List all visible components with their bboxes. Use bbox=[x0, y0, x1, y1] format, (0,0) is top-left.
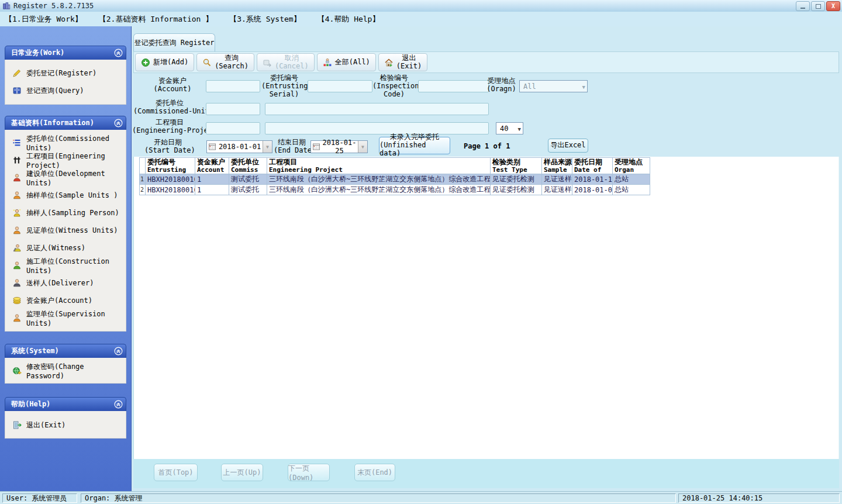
sidebar-item-development-units[interactable]: 建设单位(Development Units) bbox=[5, 169, 126, 187]
last-page-button[interactable]: 末页(End) bbox=[354, 464, 395, 481]
commissioned-unit-code-input[interactable] bbox=[206, 103, 260, 115]
money-icon bbox=[12, 296, 22, 305]
sidebar-item-sample-units[interactable]: 抽样单位(Sample Units ) bbox=[5, 187, 126, 204]
inspection-code-input[interactable] bbox=[418, 80, 489, 92]
cancel-button-label-zh: 取消 bbox=[285, 54, 299, 62]
tab-register-query[interactable]: 登记委托查询 Register bbox=[133, 33, 215, 51]
sidebar-item-label: 委托登记(Register) bbox=[26, 68, 96, 78]
cell-entrust-date: 2018-01-02 bbox=[572, 185, 613, 195]
first-page-button[interactable]: 首页(Top) bbox=[154, 464, 198, 481]
col-account[interactable]: 资金账户Account bbox=[195, 158, 229, 174]
col-organ[interactable]: 受理地点Organ bbox=[613, 158, 650, 174]
entrusting-serial-label: 委托编号(EntrustingSerial) bbox=[261, 74, 307, 98]
col-test-type[interactable]: 检验类别Test Type bbox=[491, 158, 542, 174]
collapse-chevron-icon[interactable] bbox=[114, 347, 123, 355]
all-button-label: 全部(All) bbox=[335, 57, 370, 67]
organ-select[interactable]: All bbox=[519, 80, 588, 92]
section-help-header[interactable]: 帮助(Help) bbox=[5, 397, 126, 411]
sidebar-item-witness[interactable]: 见证人(Witness) bbox=[5, 239, 126, 257]
chevron-down-icon[interactable] bbox=[518, 125, 521, 133]
engineering-project-name-input[interactable] bbox=[265, 122, 489, 134]
section-help: 帮助(Help) 退出(Exit) bbox=[5, 397, 126, 439]
org-grid-icon bbox=[323, 58, 332, 67]
grid-header-row: 委托编号Entrusting 资金账户Account 委托单位Commiss 工… bbox=[140, 158, 650, 174]
collapse-chevron-icon[interactable] bbox=[114, 119, 123, 127]
section-work-header[interactable]: 日常业务(Work) bbox=[5, 46, 126, 60]
row-number: 1 bbox=[140, 174, 146, 185]
sidebar-item-construction-units[interactable]: 施工单位(Construction Units) bbox=[5, 257, 126, 274]
cancel-button[interactable]: 取消(Cancel) bbox=[257, 53, 315, 71]
unfinished-data-button[interactable]: 未录入完毕委托 (Unfinished data) bbox=[379, 137, 450, 154]
menu-system[interactable]: 【3.系统 System】 bbox=[229, 14, 301, 25]
organ-label: 受理地点(Oragn) bbox=[485, 77, 518, 94]
sidebar-item-label: 委托单位(Commissioned Units) bbox=[26, 134, 126, 152]
end-date-picker[interactable]: 2018-01-25 bbox=[310, 140, 368, 153]
sidebar-item-label: 施工单位(Construction Units) bbox=[26, 257, 126, 275]
entrusting-serial-input[interactable] bbox=[308, 80, 372, 92]
export-excel-button[interactable]: 导出Excel bbox=[548, 139, 588, 153]
exit-button-label-en: (Exit) bbox=[396, 63, 422, 70]
cell-entrusting: HBXH201800100 bbox=[146, 185, 195, 195]
menu-bar: 【1.日常业务 Work】 【2.基础资料 Information 】 【3.系… bbox=[0, 12, 842, 26]
account-input[interactable] bbox=[206, 80, 260, 92]
maximize-button[interactable] bbox=[811, 1, 825, 11]
home-icon bbox=[384, 58, 394, 67]
cell-commission-unit: 测试委托 bbox=[229, 185, 267, 195]
sidebar-item-deliverer[interactable]: 送样人(Deliverer) bbox=[5, 274, 126, 292]
table-row[interactable]: 1 HBXH201800101 1 测试委托 三环线南段（白沙洲大桥~三环线野芷… bbox=[140, 174, 650, 185]
chevron-down-icon[interactable] bbox=[358, 141, 367, 153]
sidebar-item-label: 登记查询(Query) bbox=[26, 86, 84, 96]
menu-help[interactable]: 【4.帮助 Help】 bbox=[318, 14, 380, 25]
collapse-chevron-icon[interactable] bbox=[114, 49, 123, 57]
chevron-down-icon[interactable] bbox=[263, 141, 272, 153]
commissioned-unit-name-input[interactable] bbox=[265, 103, 489, 115]
cell-account: 1 bbox=[195, 174, 229, 185]
window-title: Register 5.8.2.7135 bbox=[13, 2, 94, 10]
sidebar-item-commissioned-units[interactable]: 委托单位(Commissioned Units) bbox=[5, 134, 126, 151]
sidebar-item-supervision-units[interactable]: 监理单位(Supervision Units) bbox=[5, 309, 126, 327]
all-button[interactable]: 全部(All) bbox=[317, 53, 376, 71]
sidebar-item-witness-units[interactable]: 见证单位(Witness Units) bbox=[5, 222, 126, 239]
page-info: Page 1 of 1 bbox=[464, 142, 510, 150]
sidebar-item-register[interactable]: 委托登记(Register) bbox=[5, 64, 126, 82]
section-information-header[interactable]: 基础资料(Information) bbox=[5, 116, 126, 130]
sidebar-item-sampling-person[interactable]: 抽样人(Sampling Person) bbox=[5, 204, 126, 222]
sidebar-item-query[interactable]: 登记查询(Query) bbox=[5, 82, 126, 99]
add-button[interactable]: 新增(Add) bbox=[135, 53, 194, 71]
end-date-label: 结束日期(End Date) bbox=[274, 139, 310, 155]
section-system-header[interactable]: 系统(System) bbox=[5, 344, 126, 358]
unfinished-label-zh: 未录入完毕委托 bbox=[390, 133, 439, 141]
col-sample-source[interactable]: 样品来源Sample bbox=[542, 158, 572, 174]
sidebar-item-engineering-project[interactable]: 工程项目(Engineering Project) bbox=[5, 151, 126, 169]
engineering-project-code-input[interactable] bbox=[206, 122, 260, 134]
app-window: Register 5.8.2.7135 X 【1.日常业务 Work】 【2.基… bbox=[0, 0, 842, 504]
minimize-button[interactable] bbox=[796, 1, 810, 11]
next-page-button[interactable]: 下一页(Down) bbox=[288, 464, 330, 481]
cell-entrusting: HBXH201800101 bbox=[146, 174, 195, 185]
search-button[interactable]: 查询(Search) bbox=[196, 53, 254, 71]
status-bar: User: 系统管理员 Organ: 系统管理 2018-01-25 14:40… bbox=[0, 491, 842, 504]
collapse-chevron-icon[interactable] bbox=[114, 400, 123, 409]
table-row[interactable]: 2 HBXH201800100 1 测试委托 三环线南段（白沙洲大桥~三环线野芷… bbox=[140, 185, 650, 195]
menu-work[interactable]: 【1.日常业务 Work】 bbox=[5, 14, 82, 25]
engineering-project-label: 工程项目(Engineering-Project) bbox=[132, 119, 207, 135]
chevron-down-icon[interactable] bbox=[582, 82, 585, 91]
toolbar: 新增(Add) 查询(Search) 取消(Cancel) 全部(All) 退出… bbox=[133, 51, 839, 73]
menu-information[interactable]: 【2.基础资料 Information 】 bbox=[99, 14, 213, 25]
section-system: 系统(System) 修改密码(Change Password) bbox=[5, 344, 126, 384]
col-entrust-date[interactable]: 委托日期Date of bbox=[572, 158, 613, 174]
exit-button[interactable]: 退出(Exit) bbox=[378, 53, 427, 71]
calendar-icon bbox=[209, 143, 216, 150]
cell-engineering-project: 三环线南段（白沙洲大桥~三环线野芷湖立交东侧落地点）综合改造工程. bbox=[267, 174, 491, 185]
page-size-select[interactable]: 40 bbox=[496, 122, 523, 134]
sidebar-item-account[interactable]: 资金账户(Account) bbox=[5, 292, 126, 309]
prev-page-button[interactable]: 上一页(Up) bbox=[221, 464, 263, 481]
col-commission-unit[interactable]: 委托单位Commiss bbox=[229, 158, 267, 174]
start-date-picker[interactable]: 2018-01-01 bbox=[206, 140, 272, 153]
sidebar-item-exit[interactable]: 退出(Exit) bbox=[5, 416, 126, 434]
sidebar-item-change-password[interactable]: 修改密码(Change Password) bbox=[5, 362, 126, 379]
col-entrusting[interactable]: 委托编号Entrusting bbox=[146, 158, 195, 174]
col-engineering-project[interactable]: 工程项目Engineering Project bbox=[267, 158, 491, 174]
close-button[interactable]: X bbox=[826, 1, 840, 11]
exit-door-icon bbox=[12, 420, 22, 430]
